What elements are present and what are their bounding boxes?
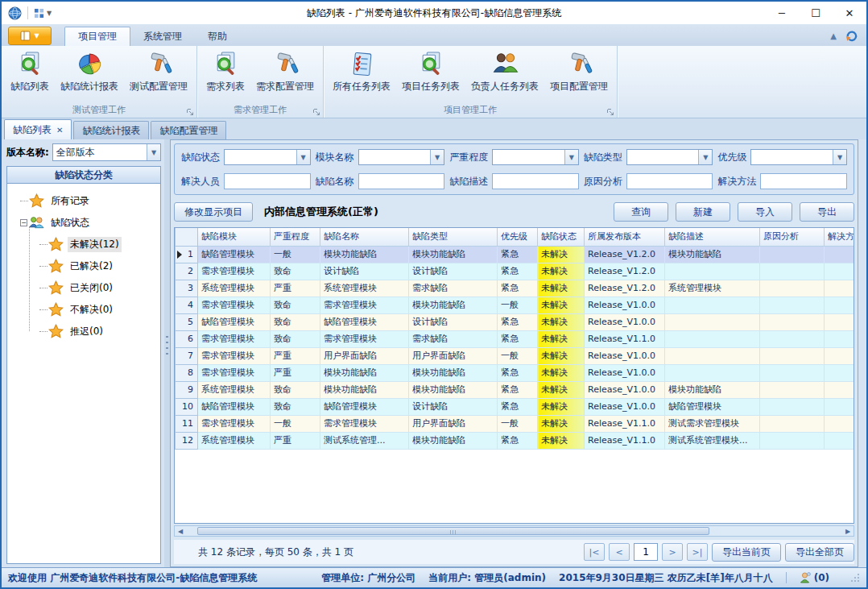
- close-tab-icon[interactable]: ✕: [56, 126, 63, 135]
- tree-item-all-records[interactable]: 所有记录: [17, 190, 160, 212]
- grid-cell-priority[interactable]: 紧急: [498, 398, 538, 415]
- grid-cell-severity[interactable]: 致命: [271, 313, 320, 330]
- grid-cell-solution[interactable]: [825, 330, 855, 347]
- grid-header-name[interactable]: 缺陷名称: [320, 228, 409, 246]
- tree-item-defect-status[interactable]: −缺陷状态: [17, 212, 160, 234]
- grid-cell-status[interactable]: 未解决: [538, 280, 585, 297]
- grid-cell-version[interactable]: Release_V1.1.0: [585, 415, 665, 432]
- tree-item-wontfix[interactable]: 不解决(0): [36, 299, 160, 321]
- grid-cell-module[interactable]: 需求管理模块: [198, 297, 271, 313]
- test-config-button[interactable]: 测试配置管理: [124, 48, 193, 103]
- grid-cell-cause[interactable]: [760, 364, 825, 381]
- grid-cell-priority[interactable]: 紧急: [498, 330, 538, 347]
- grid-cell-name[interactable]: 需求管理模块: [320, 330, 409, 347]
- grid-cell-description[interactable]: 系统管理模块: [665, 280, 760, 297]
- prev-page-button[interactable]: <: [609, 543, 630, 561]
- grid-cell-module[interactable]: 需求管理模块: [198, 415, 271, 432]
- grid-cell-type[interactable]: 模块功能缺陷: [409, 297, 498, 313]
- grid-row[interactable]: 9系统管理模块致命模块功能缺陷模块功能缺陷紧急未解决Release_V1.0.0…: [176, 381, 855, 398]
- grid-cell-type[interactable]: 需求缺陷: [409, 280, 498, 297]
- export-all-pages-button[interactable]: 导出全部页: [785, 543, 854, 562]
- grid-cell-priority[interactable]: 紧急: [498, 280, 538, 297]
- grid-cell-module[interactable]: 系统管理模块: [198, 432, 271, 449]
- requirement-list-button[interactable]: 需求列表: [200, 48, 250, 103]
- grid-cell-version[interactable]: Release_V1.2.0: [585, 263, 665, 280]
- minimize-button[interactable]: ─: [765, 2, 799, 24]
- grid-row[interactable]: 7需求管理模块严重用户界面缺陷用户界面缺陷一般未解决Release_V1.0.0: [176, 347, 855, 364]
- row-number[interactable]: 6: [176, 330, 198, 347]
- tree-item-unresolved[interactable]: 未解决(12): [36, 234, 160, 255]
- grid-cell-status[interactable]: 未解决: [538, 347, 585, 364]
- tab-defect-list[interactable]: 缺陷列表 ✕: [4, 119, 72, 139]
- grid-cell-description[interactable]: 测试系统管理模块...: [665, 432, 760, 449]
- grid-row[interactable]: 11需求管理模块一般需求管理模块用户界面缺陷一般未解决Release_V1.1.…: [176, 415, 855, 432]
- grid-cell-type[interactable]: 需求缺陷: [409, 330, 498, 347]
- tab-defect-config[interactable]: 缺陷配置管理: [151, 121, 226, 139]
- grid-cell-module[interactable]: 需求管理模块: [198, 330, 271, 347]
- dialog-launcher-icon[interactable]: [187, 109, 194, 116]
- modify-display-items-button[interactable]: 修改显示项目: [174, 202, 253, 222]
- grid-cell-name[interactable]: 设计缺陷: [320, 263, 409, 280]
- defect-stats-report-button[interactable]: 缺陷统计报表: [55, 48, 124, 103]
- row-number[interactable]: 11: [176, 415, 198, 432]
- grid-cell-description[interactable]: 模块功能缺陷: [665, 246, 760, 263]
- grid-cell-version[interactable]: Release_V1.0.0: [585, 381, 665, 398]
- grid-cell-priority[interactable]: 一般: [498, 297, 538, 313]
- grid-cell-name[interactable]: 测试系统管理...: [320, 432, 409, 449]
- grid-cell-version[interactable]: Release_V1.1.0: [585, 330, 665, 347]
- grid-cell-solution[interactable]: [825, 432, 855, 449]
- grid-header-solution[interactable]: 解决方法: [825, 228, 855, 246]
- tab-defect-stats[interactable]: 缺陷统计报表: [73, 121, 149, 139]
- application-menu-button[interactable]: ▼: [8, 27, 52, 45]
- import-button[interactable]: 导入: [738, 202, 792, 222]
- grid-cell-name[interactable]: 模块功能缺陷: [320, 364, 409, 381]
- grid-cell-solution[interactable]: [825, 263, 855, 280]
- grid-cell-status[interactable]: 未解决: [538, 246, 585, 263]
- filter-solution-input[interactable]: [760, 173, 847, 189]
- grid-cell-priority[interactable]: 紧急: [498, 246, 538, 263]
- maximize-button[interactable]: ☐: [799, 2, 833, 24]
- first-page-button[interactable]: |<: [584, 543, 605, 561]
- grid-cell-cause[interactable]: [760, 432, 825, 449]
- scroll-right-icon[interactable]: ▶: [842, 526, 854, 536]
- grid-cell-module[interactable]: 系统管理模块: [198, 381, 271, 398]
- grid-cell-description[interactable]: 缺陷管理模块: [665, 398, 760, 415]
- grid-cell-version[interactable]: Release_V1.0.0: [585, 313, 665, 330]
- grid-cell-severity[interactable]: 严重: [271, 347, 320, 364]
- grid-cell-priority[interactable]: 紧急: [498, 432, 538, 449]
- grid-cell-solution[interactable]: [825, 347, 855, 364]
- page-number-input[interactable]: 1: [634, 543, 658, 561]
- scrollbar-track[interactable]: [186, 526, 842, 536]
- filter-defect-type-combo[interactable]: ▼: [626, 149, 713, 165]
- grid-cell-severity[interactable]: 严重: [271, 432, 320, 449]
- grid-cell-solution[interactable]: [825, 280, 855, 297]
- grid-cell-version[interactable]: Release_V1.0.0: [585, 398, 665, 415]
- collapse-ribbon-icon[interactable]: ▲: [830, 31, 837, 40]
- grid-header-module[interactable]: 缺陷模块: [198, 228, 271, 246]
- grid-cell-priority[interactable]: 紧急: [498, 313, 538, 330]
- row-number[interactable]: 12: [176, 432, 198, 449]
- collapse-minus-icon[interactable]: −: [20, 219, 27, 226]
- grid-cell-name[interactable]: 需求管理模块: [320, 297, 409, 313]
- tree-item-closed[interactable]: 已关闭(0): [36, 277, 160, 299]
- online-users-indicator[interactable]: (0): [800, 572, 829, 583]
- filter-defect-name-input[interactable]: [358, 173, 445, 189]
- grid-cell-description[interactable]: [665, 297, 760, 313]
- grid-cell-solution[interactable]: [825, 364, 855, 381]
- grid-header-type[interactable]: 缺陷类型: [409, 228, 498, 246]
- grid-cell-severity[interactable]: 致命: [271, 330, 320, 347]
- project-config-button[interactable]: 项目配置管理: [544, 48, 614, 103]
- grid-row[interactable]: 10缺陷管理模块致命缺陷管理模块设计缺陷紧急未解决Release_V1.0.0缺…: [176, 398, 855, 415]
- grid-cell-solution[interactable]: [825, 297, 855, 313]
- grid-cell-module[interactable]: 缺陷管理模块: [198, 313, 271, 330]
- grid-cell-version[interactable]: Release_V1.0.0: [585, 347, 665, 364]
- row-number[interactable]: 4: [176, 297, 198, 313]
- defect-list-button[interactable]: 缺陷列表: [5, 48, 55, 103]
- grid-cell-cause[interactable]: [760, 330, 825, 347]
- grid-cell-type[interactable]: 设计缺陷: [409, 313, 498, 330]
- grid-cell-version[interactable]: Release_V1.0.0: [585, 297, 665, 313]
- dialog-launcher-icon[interactable]: [607, 109, 614, 116]
- grid-cell-cause[interactable]: [760, 398, 825, 415]
- grid-cell-type[interactable]: 模块功能缺陷: [409, 381, 498, 398]
- row-number[interactable]: 2: [176, 263, 198, 280]
